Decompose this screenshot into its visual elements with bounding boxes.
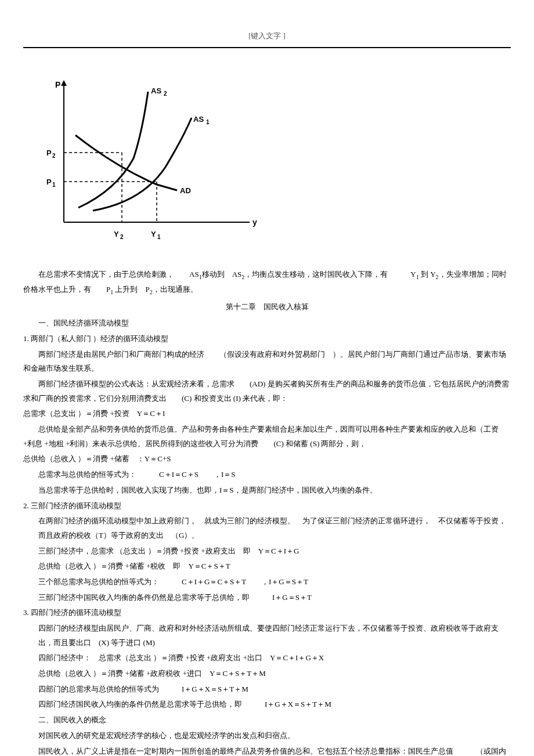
item1-p1: 两部门经济是由居民户部门和厂商部门构成的经济 （假设没有政府和对外贸易部门 ）。… bbox=[23, 348, 511, 376]
svg-text:2: 2 bbox=[52, 153, 56, 159]
item1-p3: 总供给是全部产品和劳务供给的货币总值。产品和劳务由各种生产要素组合起来加以生产，… bbox=[23, 422, 511, 451]
svg-marker-2 bbox=[61, 80, 67, 86]
item2-p2: 三部门经济中，总需求 （总支出 ）＝消费 +投资 +政府支出 即 Y＝C＋I＋G bbox=[38, 544, 511, 559]
chapter-title: 第十二章 国民收入核算 bbox=[23, 300, 511, 314]
item1-p2: 两部门经济循环模型的公式表达：从宏观经济来看，总需求 (AD) 是购买者购买所有… bbox=[23, 377, 511, 406]
svg-text:AD: AD bbox=[180, 186, 191, 195]
svg-text:P: P bbox=[46, 149, 52, 157]
item3-p1: 四部门的经济模型由居民户、厂商、政府和对外经济活动所组成。要使四部门经济正常运行… bbox=[38, 621, 511, 650]
svg-text:AS: AS bbox=[151, 86, 161, 95]
item1-p4: 总需求与总供给的恒等式为： C＋I＝C＋S ，I＝S bbox=[23, 468, 511, 482]
item3-title: 3. 四部门经济的循环流动模型 bbox=[23, 606, 511, 620]
paragraph-1: 在总需求不变情况下，由于总供给刺激， AS1移动到 AS2，均衡点发生移动，这时… bbox=[23, 267, 511, 297]
item3-p2: 四部门经济中： 总需求（总支出 ）＝消费 +投资 +政府支出 +出口 Y＝C＋I… bbox=[38, 651, 511, 665]
svg-text:P: P bbox=[55, 80, 60, 89]
section2-title: 二、国民收入的概念 bbox=[38, 713, 511, 728]
item3-p5: 四部门经济国民收入均衡的条件仍然是总需求等于总供给，即 I＋G＋X＝S＋T＋M bbox=[38, 697, 511, 712]
svg-text:AS: AS bbox=[193, 115, 204, 124]
svg-text:Y: Y bbox=[151, 230, 156, 238]
svg-text:P: P bbox=[46, 178, 52, 186]
item1-p5: 当总需求等于总供给时，国民收入实现了均衡。也即，I＝S，是两部门经济中，国民收入… bbox=[23, 483, 511, 498]
svg-text:1: 1 bbox=[206, 119, 210, 125]
item3-p3: 总供给（总收入 ）＝消费 +储蓄 +政府税收 +进口 Y＝C＋S＋T＋M bbox=[38, 667, 511, 681]
svg-text:2: 2 bbox=[120, 234, 124, 240]
svg-text:1: 1 bbox=[52, 182, 56, 188]
as-ad-chart: P y AS2 AS1 AD P2 P1 Y2 Y1 bbox=[41, 77, 511, 256]
header-placeholder: [键入文字 ] bbox=[23, 29, 511, 44]
item2-p5: 三部门经济中国民收入均衡的条件仍然是总需求等于总供给，即 I＋G＝S＋T bbox=[38, 591, 511, 605]
section2-p2: 国民收入，从广义上讲是指在一定时期内一国所创造的最终产品及劳务价值的总和。它包括… bbox=[38, 744, 511, 757]
item1-title: 1. 两部门（私人部门 ）经济的循环流动模型 bbox=[23, 332, 511, 346]
item2-p3: 总供给（总收入 ）＝消费 +储蓄 +税收 即 Y＝C＋S＋T bbox=[38, 559, 511, 574]
item2-p1: 在两部门经济的循环流动模型中加上政府部门， 就成为三部门的经济模型。 为了保证三… bbox=[38, 514, 511, 542]
item1-f1: 总需求（总支出 ）＝消费 +投资 Y＝C＋I bbox=[23, 407, 511, 421]
item2-title: 2. 三部门经济的循环流动模型 bbox=[23, 499, 511, 513]
svg-text:y: y bbox=[252, 218, 257, 227]
section2-p1: 对国民收入的研究是宏观经济学的核心，也是宏观经济学的出发点和归宿点。 bbox=[38, 729, 511, 743]
item1-f2: 总供给（总收入 ）＝消费 +储蓄 ：Y＝C+S bbox=[23, 452, 511, 466]
item3-p4: 四部门的总需求与总供给的恒等式为 I＋G＋X＝S＋T＋M bbox=[38, 682, 511, 697]
header-rule bbox=[23, 47, 511, 48]
svg-text:Y: Y bbox=[114, 230, 119, 238]
svg-text:2: 2 bbox=[164, 91, 167, 97]
item2-p4: 三个部总需求与总供给的恒等式为： C＋I＋G＝C＋S＋T ，I＋G＝S＋T bbox=[38, 575, 511, 589]
section1-title: 一、国民经济循环流动模型 bbox=[23, 316, 511, 331]
svg-text:1: 1 bbox=[157, 234, 161, 240]
